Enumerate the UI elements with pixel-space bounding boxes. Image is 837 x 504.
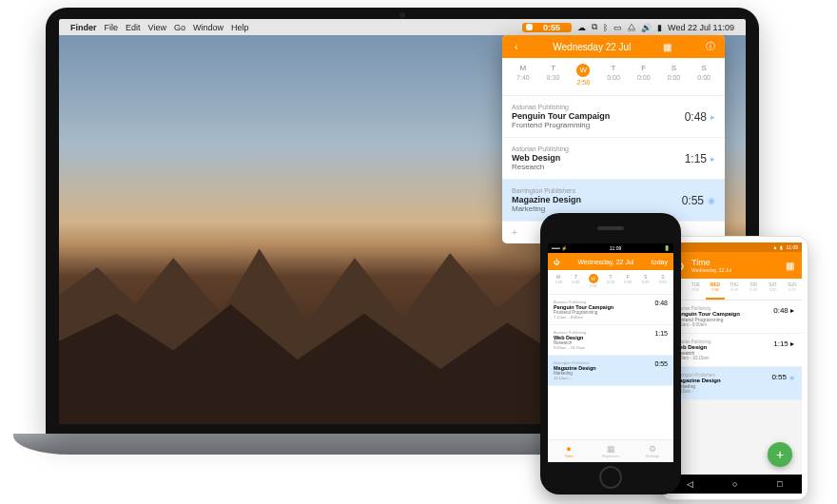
nav-back-icon[interactable]: ◁ xyxy=(687,479,693,489)
week-day[interactable]: WED2:58 xyxy=(706,279,725,300)
week-day[interactable]: S0:00 xyxy=(636,274,653,288)
iphone-tabbar: ●Time▦Expenses⚙Settings xyxy=(548,439,673,462)
time-entry[interactable]: Astorian PublishingPenguin Tour Campaign… xyxy=(548,295,673,325)
harvest-menubar-item[interactable]: 0:55 xyxy=(522,23,572,32)
menu-view[interactable]: View xyxy=(148,23,166,32)
time-entry[interactable]: Astorian PublishingWeb DesignResearch1:1… xyxy=(502,138,725,180)
iphone-statusbar: ••••• ⚡ 11:09 🔋 xyxy=(548,243,673,253)
android-title: Time xyxy=(691,258,778,267)
week-day[interactable]: T0:00 xyxy=(598,64,629,86)
cloud-icon[interactable]: ☁ xyxy=(577,23,586,32)
time-entry[interactable]: Astorian PublishingWeb DesignResearch9:0… xyxy=(548,325,673,356)
menu-help[interactable]: Help xyxy=(231,23,249,32)
today-button[interactable]: today xyxy=(652,259,668,265)
menu-go[interactable]: Go xyxy=(174,23,185,32)
week-day[interactable]: TUE8:30 xyxy=(686,279,705,300)
wifi-icon[interactable]: ⧋ xyxy=(628,22,635,32)
week-day[interactable]: M7:40 xyxy=(508,64,538,86)
menu-finder[interactable]: Finder xyxy=(70,23,97,32)
menu-edit[interactable]: Edit xyxy=(126,23,141,32)
iphone-screen: ••••• ⚡ 11:09 🔋 ⏻ Wednesday, 22 Jul toda… xyxy=(548,243,673,462)
tab-settings[interactable]: ⚙Settings xyxy=(632,440,673,462)
android-statusbar: ▲ ▮ 11:09 xyxy=(667,242,802,252)
time-entry[interactable]: Astorian PublishingPenguin Tour Campaign… xyxy=(502,96,725,138)
week-day[interactable]: FRI0:00 xyxy=(744,279,763,300)
week-day[interactable]: THU0:00 xyxy=(725,279,744,300)
info-icon[interactable]: ⓘ xyxy=(704,40,717,53)
time-entry[interactable]: Astorian PublishingWeb DesignResearch9:0… xyxy=(667,334,802,367)
week-day[interactable]: S0:00 xyxy=(689,64,719,86)
android-subtitle: Wednesday, 22 Jul xyxy=(691,267,778,273)
iphone-title: Wednesday, 22 Jul xyxy=(577,259,633,265)
dropbox-icon[interactable]: ⧉ xyxy=(592,22,597,32)
menu-window[interactable]: Window xyxy=(193,23,224,32)
week-day[interactable]: T0:00 xyxy=(602,274,619,288)
signal-icon: ▲ xyxy=(773,244,778,250)
android-navbar: ◁ ○ □ xyxy=(667,475,802,494)
iphone-frame: ••••• ⚡ 11:09 🔋 ⏻ Wednesday, 22 Jul toda… xyxy=(540,213,681,494)
power-icon[interactable]: ⏻ xyxy=(554,259,560,265)
week-day[interactable]: M7:40 xyxy=(550,274,567,288)
menubar-datetime[interactable]: Wed 22 Jul 11:09 xyxy=(668,23,734,32)
week-day[interactable]: SAT0:00 xyxy=(763,279,782,300)
battery-icon[interactable]: ▮ xyxy=(657,23,662,32)
menu-file[interactable]: File xyxy=(105,23,119,32)
android-battery-icon: ▮ xyxy=(780,244,783,250)
android-frame: ▲ ▮ 11:09 ⏻ Time Wednesday, 22 Jul ▦ MON… xyxy=(660,236,808,500)
tab-expenses[interactable]: ▦Expenses xyxy=(590,440,632,462)
tab-time[interactable]: ●Time xyxy=(548,440,590,462)
fab-add-button[interactable]: + xyxy=(768,442,792,467)
week-day[interactable]: W2:58 xyxy=(568,64,598,86)
week-day[interactable]: F0:00 xyxy=(629,64,659,86)
prev-day-icon[interactable]: ‹ xyxy=(510,42,523,52)
add-entry-button[interactable]: + xyxy=(512,227,517,238)
nav-recent-icon[interactable]: □ xyxy=(777,479,782,489)
time-entry[interactable]: Astorian PublishingPenguin Tour Campaign… xyxy=(667,300,802,334)
week-day[interactable]: T8:30 xyxy=(567,274,584,288)
bluetooth-icon[interactable]: ᛒ xyxy=(603,23,608,32)
week-day[interactable]: F0:00 xyxy=(619,274,636,288)
week-day[interactable]: S0:00 xyxy=(654,274,672,288)
mac-menubar: Finder File Edit View Go Window Help 0:5… xyxy=(59,19,746,35)
display-icon[interactable]: ▭ xyxy=(613,23,622,32)
nav-home-icon[interactable]: ○ xyxy=(732,479,737,489)
android-screen: ▲ ▮ 11:09 ⏻ Time Wednesday, 22 Jul ▦ MON… xyxy=(667,242,802,494)
week-day[interactable]: T8:30 xyxy=(538,64,569,86)
popover-title: Wednesday 22 Jul xyxy=(553,42,631,52)
week-bar: M7:40T8:30W2:58T0:00F0:00S0:00S0:00 xyxy=(502,58,725,96)
week-day[interactable]: S0:00 xyxy=(659,64,690,86)
calendar-icon[interactable]: ▦ xyxy=(661,42,674,52)
home-button[interactable] xyxy=(599,466,622,489)
time-entry[interactable]: Barrington PublishersMagazine DesignMark… xyxy=(667,367,802,400)
week-day[interactable]: SUN0:00 xyxy=(783,279,802,300)
week-day[interactable]: W2:58 xyxy=(585,274,602,288)
android-calendar-icon[interactable]: ▦ xyxy=(786,261,794,271)
time-entry[interactable]: Barrington PublishersMagazine DesignMark… xyxy=(548,356,673,386)
volume-icon[interactable]: 🔊 xyxy=(641,23,652,32)
